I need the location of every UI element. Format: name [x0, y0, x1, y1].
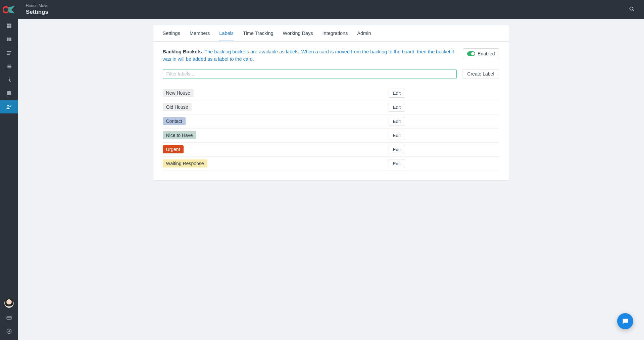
label-chip[interactable]: Urgent — [163, 145, 184, 153]
svg-point-0 — [3, 7, 8, 12]
label-row: ContactEdit — [163, 114, 499, 129]
sidebar — [0, 19, 18, 340]
filter-labels-input[interactable] — [163, 69, 457, 79]
backlog-description: Backlog Buckets. The backlog buckets are… — [163, 48, 455, 63]
svg-rect-5 — [9, 26, 11, 28]
settings-card: Settings Members Labels Time Tracking Wo… — [153, 25, 509, 180]
edit-cell: Edit — [389, 103, 499, 112]
svg-rect-8 — [8, 38, 10, 41]
tab-integrations[interactable]: Integrations — [323, 25, 348, 41]
tab-labels[interactable]: Labels — [219, 25, 234, 41]
tab-settings[interactable]: Settings — [163, 25, 180, 41]
sidebar-billing-icon[interactable] — [0, 311, 18, 325]
edit-cell: Edit — [389, 89, 499, 98]
svg-rect-16 — [8, 66, 11, 67]
edit-cell: Edit — [389, 117, 499, 126]
svg-rect-7 — [7, 38, 8, 41]
sidebar-database-icon[interactable] — [0, 87, 18, 100]
label-chip[interactable]: Waiting Response — [163, 159, 207, 167]
svg-point-19 — [9, 78, 10, 79]
toggle-switch-icon — [467, 51, 475, 56]
top-header: House Move Settings — [0, 0, 644, 19]
page-title: Settings — [26, 8, 626, 16]
label-row: Nice to HaveEdit — [163, 129, 499, 143]
svg-rect-4 — [9, 23, 11, 25]
label-chip[interactable]: Nice to Have — [163, 131, 196, 139]
svg-rect-17 — [7, 67, 7, 68]
svg-rect-3 — [7, 23, 9, 26]
edit-label-button[interactable]: Edit — [389, 131, 405, 140]
sidebar-lines[interactable] — [0, 46, 18, 60]
breadcrumb[interactable]: House Move — [26, 3, 626, 8]
svg-rect-13 — [7, 65, 7, 65]
label-row: Waiting ResponseEdit — [163, 157, 499, 171]
svg-rect-18 — [8, 67, 11, 68]
label-cell: Nice to Have — [163, 131, 389, 139]
svg-rect-14 — [8, 65, 11, 65]
edit-label-button[interactable]: Edit — [389, 117, 405, 126]
edit-cell: Edit — [389, 145, 499, 154]
svg-rect-11 — [7, 53, 11, 53]
create-label-button[interactable]: Create Label — [462, 69, 499, 79]
tab-working-days[interactable]: Working Days — [283, 25, 313, 41]
edit-label-button[interactable]: Edit — [389, 145, 405, 154]
svg-rect-24 — [7, 317, 11, 320]
edit-cell: Edit — [389, 131, 499, 140]
backlog-enabled-toggle[interactable]: Enabled — [463, 48, 499, 59]
tab-time-tracking[interactable]: Time Tracking — [243, 25, 274, 41]
settings-tabs: Settings Members Labels Time Tracking Wo… — [153, 25, 509, 42]
labels-list: New HouseEditOld HouseEditContactEditNic… — [163, 86, 499, 171]
tab-members[interactable]: Members — [190, 25, 210, 41]
label-cell: Waiting Response — [163, 159, 389, 167]
svg-point-22 — [9, 106, 10, 107]
label-chip[interactable]: New House — [163, 89, 194, 97]
backlog-desc-text: . The backlog buckets are available as l… — [163, 49, 454, 62]
sidebar-list[interactable] — [0, 60, 18, 73]
svg-line-2 — [633, 10, 634, 11]
tab-admin[interactable]: Admin — [357, 25, 371, 41]
sidebar-dashboard[interactable] — [0, 19, 18, 33]
svg-rect-6 — [7, 26, 9, 28]
toggle-label: Enabled — [478, 51, 495, 56]
backlog-title: Backlog Buckets — [163, 49, 202, 54]
label-row: Old HouseEdit — [163, 100, 499, 114]
edit-cell: Edit — [389, 159, 499, 168]
sidebar-running-icon[interactable] — [0, 73, 18, 87]
label-chip[interactable]: Old House — [163, 103, 192, 111]
sidebar-board[interactable] — [0, 33, 18, 46]
svg-point-21 — [7, 105, 9, 107]
svg-point-23 — [10, 105, 11, 105]
edit-label-button[interactable]: Edit — [389, 89, 405, 98]
label-cell: New House — [163, 89, 389, 97]
label-cell: Contact — [163, 117, 389, 125]
sidebar-avatar[interactable] — [0, 295, 18, 311]
label-chip[interactable]: Contact — [163, 117, 186, 125]
label-cell: Old House — [163, 103, 389, 111]
svg-point-1 — [630, 7, 633, 10]
search-icon[interactable] — [626, 3, 637, 16]
svg-rect-10 — [7, 51, 11, 52]
edit-label-button[interactable]: Edit — [389, 159, 405, 168]
svg-rect-12 — [7, 54, 10, 55]
sidebar-logout-icon[interactable] — [0, 325, 18, 338]
label-row: UrgentEdit — [163, 143, 499, 157]
label-row: New HouseEdit — [163, 86, 499, 100]
backlog-buckets-row: Backlog Buckets. The backlog buckets are… — [163, 48, 499, 63]
chat-fab[interactable] — [617, 313, 633, 329]
sidebar-team-settings[interactable] — [0, 100, 18, 113]
main-area: Settings Members Labels Time Tracking Wo… — [18, 19, 644, 340]
avatar — [4, 298, 14, 308]
app-logo[interactable] — [0, 0, 18, 19]
label-cell: Urgent — [163, 145, 389, 153]
edit-label-button[interactable]: Edit — [389, 103, 405, 112]
svg-rect-15 — [7, 66, 7, 67]
svg-rect-9 — [10, 38, 11, 41]
